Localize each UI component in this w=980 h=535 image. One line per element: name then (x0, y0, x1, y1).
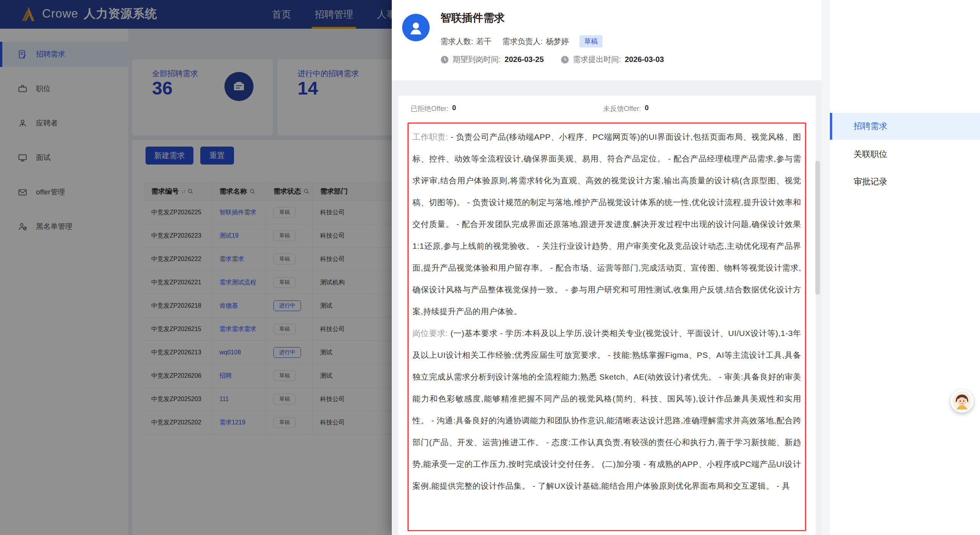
owner-label: 需求负责人: (502, 36, 543, 47)
headcount-label: 需求人数: (440, 36, 473, 47)
request-avatar (402, 14, 430, 41)
job-duties-text: - 负责公司产品(移动端APP、小程序、PC端网页等)的UI界面设计,包括页面布… (412, 132, 801, 316)
clock-icon (561, 55, 569, 64)
expected-date-label: 期望到岗时间: (453, 54, 501, 65)
job-description-highlight-box: 工作职责: - 负责公司产品(移动端APP、小程序、PC端网页等)的UI界面设计… (407, 122, 806, 531)
submitted-date-value: 2026-03-03 (625, 55, 664, 64)
drawer-meta-row: 需求人数: 若干 需求负责人: 杨梦婷 草稿 (440, 35, 602, 47)
expected-date-item: 期望到岗时间: 2026-03-25 (440, 54, 544, 65)
offer-pending-label: 未反馈Offer: (603, 104, 641, 113)
job-requirements-paragraph: 岗位要求: (一)基本要求 - 学历:本科及以上学历,设计类相关专业(视觉设计、… (412, 322, 801, 497)
side-menu-item-approval-records[interactable]: 审批记录 (830, 168, 980, 195)
job-requirements-text: (一)基本要求 - 学历:本科及以上学历,设计类相关专业(视觉设计、平面设计、U… (412, 329, 801, 490)
girl-avatar-icon (952, 391, 972, 411)
request-detail-drawer: 智联插件需求 需求人数: 若干 需求负责人: 杨梦婷 草稿 期望到岗时间: 20… (392, 0, 980, 535)
offer-rejected-stat: 已拒绝Offer: 0 (411, 104, 456, 113)
drawer-side-menu: 招聘需求 关联职位 审批记录 (830, 0, 980, 535)
offer-pending-stat: 未反馈Offer: 0 (603, 104, 649, 113)
submitted-date-label: 需求提出时间: (573, 54, 621, 65)
job-requirements-label: 岗位要求: (412, 329, 448, 338)
clock-icon (440, 55, 449, 64)
drawer-times-row: 期望到岗时间: 2026-03-25 需求提出时间: 2026-03-03 (440, 54, 664, 65)
offer-rejected-value: 0 (452, 104, 456, 113)
side-menu-item-linked-positions[interactable]: 关联职位 (830, 141, 980, 168)
submitted-date-item: 需求提出时间: 2026-03-03 (561, 54, 664, 65)
headcount-value: 若干 (476, 36, 492, 47)
drawer-body: 已拒绝Offer: 0 未反馈Offer: 0 工作职责: - 负责公司产品(移… (392, 80, 821, 535)
drawer-scrollbar[interactable] (815, 161, 820, 295)
job-duties-label: 工作职责: (412, 132, 448, 141)
drawer-content-card: 已拒绝Offer: 0 未反馈Offer: 0 工作职责: - 负责公司产品(移… (398, 96, 816, 535)
job-duties-paragraph: 工作职责: - 负责公司产品(移动端APP、小程序、PC端网页等)的UI界面设计… (412, 126, 801, 322)
draft-status-tag: 草稿 (579, 35, 602, 47)
expected-date-value: 2026-03-25 (505, 55, 544, 64)
assistant-avatar[interactable] (951, 390, 973, 413)
owner-value: 杨梦婷 (546, 36, 569, 47)
person-icon (407, 19, 424, 36)
drawer-title: 智联插件需求 (440, 11, 505, 25)
offer-pending-value: 0 (645, 104, 649, 113)
offer-rejected-label: 已拒绝Offer: (411, 104, 448, 113)
right-panel-divider (821, 0, 830, 535)
side-menu-item-recruit-request[interactable]: 招聘需求 (830, 113, 980, 140)
